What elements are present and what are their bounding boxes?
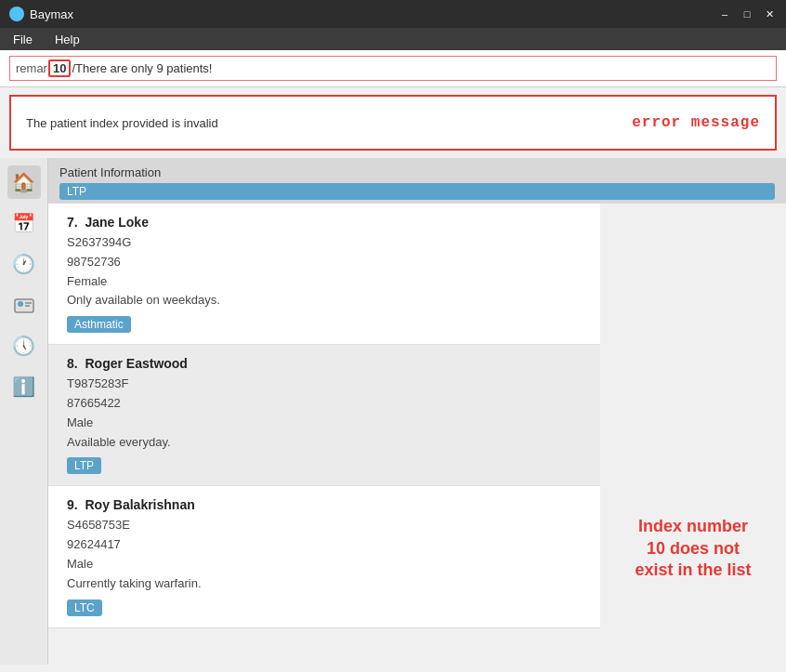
annotation-note: Index number 10 does not exist in the li… bbox=[600, 497, 786, 600]
patient-phone-8: 87665422 bbox=[67, 394, 589, 414]
error-label-text: error message bbox=[632, 114, 760, 131]
menu-help[interactable]: Help bbox=[51, 31, 84, 48]
patient-gender-8: Male bbox=[67, 414, 589, 433]
section-title: Patient Information bbox=[59, 165, 775, 179]
close-button[interactable]: ✕ bbox=[762, 7, 777, 21]
maximize-button[interactable]: □ bbox=[740, 7, 754, 21]
patient-phone-7: 98752736 bbox=[67, 253, 589, 272]
patient-phone-9: 92624417 bbox=[67, 535, 589, 555]
minimize-button[interactable]: – bbox=[717, 7, 732, 21]
window-controls: – □ ✕ bbox=[717, 7, 777, 21]
patient-availability-8: Available everyday. bbox=[67, 433, 589, 453]
titlebar: Baymax – □ ✕ bbox=[0, 0, 786, 28]
sidebar: 🏠 📅 🕐 🕔 ℹ️ bbox=[0, 158, 48, 665]
content-area[interactable]: Patient Information LTP 7. Jane Loke S26… bbox=[48, 158, 786, 665]
sidebar-calendar[interactable]: 📅 bbox=[7, 206, 41, 240]
patient-availability-9: Currently taking warfarin. bbox=[67, 574, 589, 594]
error-message: The patient index provided is invalid bbox=[26, 116, 218, 130]
svg-rect-0 bbox=[15, 299, 33, 312]
patient-gender-7: Female bbox=[67, 272, 589, 292]
patient-card-7[interactable]: 7. Jane Loke S2637394G 98752736 Female O… bbox=[48, 204, 600, 345]
patient-name-7: 7. Jane Loke bbox=[67, 215, 589, 230]
patients-wrapper: 7. Jane Loke S2637394G 98752736 Female O… bbox=[48, 204, 786, 628]
ltp-badge-8[interactable]: LTP bbox=[67, 457, 101, 474]
patient-gender-9: Male bbox=[67, 555, 589, 574]
patient-availability-7: Only available on weekdays. bbox=[67, 291, 589, 310]
patient-id-8: T9875283F bbox=[67, 375, 589, 394]
sidebar-schedule[interactable]: 🕔 bbox=[7, 329, 41, 362]
patient-badge-7: Asthmatic bbox=[67, 316, 589, 333]
patient-index-7: 7. bbox=[67, 215, 85, 230]
sidebar-info[interactable]: ℹ️ bbox=[7, 370, 41, 403]
search-suffix: /There are only 9 patients! bbox=[72, 61, 212, 75]
patient-name-8: 8. Roger Eastwood bbox=[67, 356, 589, 371]
app-icon bbox=[9, 7, 24, 21]
patient-id-9: S4658753E bbox=[67, 516, 589, 535]
patient-badge-9: LTC bbox=[67, 600, 589, 616]
app-title: Baymax bbox=[30, 7, 717, 21]
sidebar-clock[interactable]: 🕐 bbox=[7, 247, 41, 281]
main-layout: 🏠 📅 🕐 🕔 ℹ️ Patient Information LTP bbox=[0, 158, 786, 665]
search-prefix: remar bbox=[16, 61, 47, 75]
menu-file[interactable]: File bbox=[9, 31, 36, 48]
section-header: Patient Information LTP bbox=[48, 158, 786, 204]
search-highlight: 10 bbox=[48, 59, 71, 77]
patient-id-7: S2637394G bbox=[67, 233, 589, 253]
patient-name-9: 9. Roy Balakrishnan bbox=[67, 497, 589, 512]
sidebar-home[interactable]: 🏠 bbox=[7, 165, 41, 199]
svg-point-1 bbox=[18, 301, 23, 307]
patient-badge-8: LTP bbox=[67, 457, 589, 474]
search-field[interactable]: remar 10 /There are only 9 patients! bbox=[9, 56, 777, 81]
patient-card-9[interactable]: 9. Roy Balakrishnan S4658753E 92624417 M… bbox=[48, 486, 600, 627]
patient-card-8[interactable]: 8. Roger Eastwood T9875283F 87665422 Mal… bbox=[48, 345, 600, 486]
section-badge[interactable]: LTP bbox=[59, 183, 775, 200]
annotation-side: Index number 10 does not exist in the li… bbox=[600, 204, 786, 628]
menubar: File Help bbox=[0, 28, 786, 50]
patient-index-9: 9. bbox=[67, 497, 85, 512]
patient-index-8: 8. bbox=[67, 356, 85, 371]
sidebar-patient[interactable] bbox=[7, 288, 41, 322]
patients-list: 7. Jane Loke S2637394G 98752736 Female O… bbox=[48, 204, 600, 628]
asthmatic-badge[interactable]: Asthmatic bbox=[67, 316, 131, 333]
ltc-badge-9[interactable]: LTC bbox=[67, 600, 102, 616]
error-box: The patient index provided is invalid er… bbox=[9, 95, 777, 151]
search-bar: remar 10 /There are only 9 patients! bbox=[0, 50, 786, 87]
